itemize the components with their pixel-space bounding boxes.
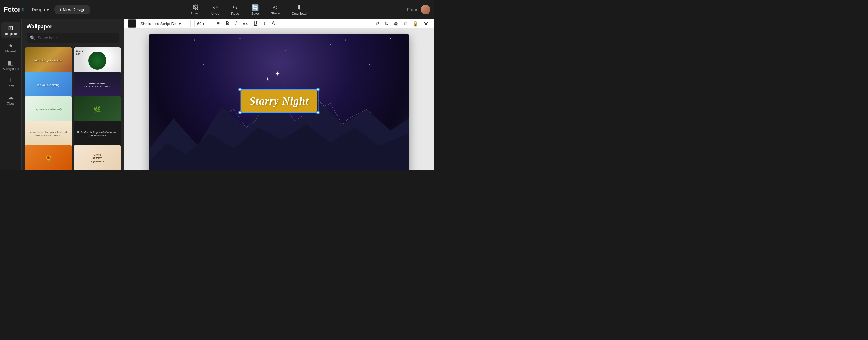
save-label: Save — [251, 12, 259, 16]
new-design-button[interactable]: + New Design — [54, 5, 90, 14]
design-label: Design — [32, 7, 45, 12]
sidebar-item-material[interactable]: ★ Material — [1, 39, 21, 56]
sidebar-item-label-background: Background — [3, 67, 19, 70]
svg-point-0 — [179, 46, 180, 47]
template-card-6[interactable]: 🌿 — [74, 96, 121, 123]
rotate-button[interactable]: ↻ — [383, 20, 390, 28]
italic-icon: I — [235, 21, 236, 26]
size-adjust-icon: AA — [243, 22, 248, 26]
sidebar: ⊞ Template ★ Material ◧ Background T Tex… — [0, 19, 22, 170]
texts-icon: T — [9, 76, 12, 84]
share-button[interactable]: ⎋ Share — [269, 3, 282, 16]
design-button[interactable]: Design ▾ — [29, 5, 52, 14]
font-selector[interactable]: Shellahera Script Dm ▾ — [138, 20, 187, 27]
spacing-button[interactable]: ↕ — [261, 20, 268, 27]
mask-icon: ◎ — [394, 21, 398, 27]
template-card-2[interactable]: Dare toFail — [74, 47, 121, 74]
duplicate-button[interactable]: ⧉ — [374, 20, 381, 27]
template-header: Wallpaper 🔍 — [22, 19, 124, 45]
template-card-10[interactable]: CoffeeALWAYSa good idea — [74, 145, 121, 170]
svg-point-9 — [330, 44, 331, 45]
editor-toolbar: Shellahera Script Dm ▾ 60 ▾ ≡ B I AA U — [124, 19, 434, 28]
handle-bottom-right[interactable] — [317, 111, 320, 114]
layer-button[interactable]: ⧉ — [402, 20, 409, 27]
redo-button[interactable]: ↪ Redo — [229, 3, 241, 17]
template-card-8[interactable]: Be fearless in the pursuit of what sets … — [74, 121, 121, 147]
template-card-3[interactable]: but you are strong — [25, 72, 72, 98]
sidebar-item-texts[interactable]: T Texts — [1, 74, 21, 90]
svg-point-13 — [390, 38, 391, 39]
delete-button[interactable]: 🗑 — [422, 20, 430, 27]
cloud-icon: ☁ — [8, 94, 14, 101]
template-icon: ⊞ — [8, 24, 13, 31]
svg-point-11 — [360, 49, 361, 50]
font-size-dropdown-icon: ▾ — [203, 22, 205, 26]
template-card-9[interactable]: 🌻 — [25, 145, 72, 170]
new-design-label: + New Design — [59, 7, 86, 12]
svg-text:✦: ✦ — [284, 80, 286, 83]
sidebar-item-label-cloud: Cloud — [7, 102, 14, 105]
template-card-5[interactable]: happiness & friendship — [25, 96, 72, 123]
bold-button[interactable]: B — [224, 20, 231, 27]
template-panel: Wallpaper 🔍 with every joy & sorrow Dare… — [22, 19, 124, 170]
mask-button[interactable]: ◎ — [392, 20, 400, 28]
download-icon: ⬇ — [297, 4, 302, 11]
italic-button[interactable]: I — [233, 20, 238, 27]
case-button[interactable]: A — [270, 20, 277, 27]
font-divider — [190, 20, 191, 27]
svg-point-10 — [345, 40, 346, 41]
underline-icon: U — [254, 21, 257, 26]
search-input[interactable] — [38, 36, 116, 40]
undo-button[interactable]: ↩ Undo — [209, 3, 221, 17]
spacing-icon: ↕ — [264, 21, 266, 26]
svg-text:✦: ✦ — [275, 70, 281, 78]
handle-bottom-left[interactable] — [239, 111, 241, 114]
text-underline-decoration — [255, 119, 303, 119]
sidebar-item-label-material: Material — [5, 50, 16, 53]
sidebar-item-cloud[interactable]: ☁ Cloud — [1, 91, 21, 107]
template-card-4[interactable]: DREAM BIGAND DARE TO FAIL — [74, 72, 121, 98]
open-label: Open — [191, 11, 199, 15]
canvas-text[interactable]: Starry Night — [241, 90, 317, 112]
font-size-adjust-button[interactable]: AA — [241, 20, 250, 27]
svg-point-4 — [240, 38, 241, 39]
template-card-1[interactable]: with every joy & sorrow — [25, 47, 72, 74]
svg-point-6 — [270, 41, 270, 42]
undo-icon: ↩ — [213, 4, 218, 11]
top-nav: Fotor® Design ▾ + New Design 🖼 Open ↩ Un… — [0, 0, 434, 19]
svg-point-16 — [204, 64, 204, 64]
lock-button[interactable]: 🔒 — [410, 20, 420, 28]
nav-actions: 🖼 Open ↩ Undo ↪ Redo 🔄 Save ⎋ Share ⬇ Do… — [189, 3, 309, 17]
open-icon: 🖼 — [192, 4, 198, 11]
undo-label: Undo — [211, 12, 219, 16]
svg-point-23 — [402, 61, 403, 61]
lock-icon: 🔒 — [412, 21, 418, 27]
layer-icon: ⧉ — [404, 21, 407, 26]
material-icon: ★ — [8, 41, 13, 49]
template-card-7[interactable]: you're braver than you believe and stron… — [25, 121, 72, 147]
svg-point-12 — [375, 43, 376, 43]
template-grid: with every joy & sorrow Dare toFail but … — [22, 45, 124, 170]
sidebar-item-background[interactable]: ◧ Background — [1, 57, 21, 73]
svg-point-19 — [249, 67, 249, 67]
svg-point-22 — [384, 55, 385, 56]
font-size-value[interactable]: 60 — [197, 22, 201, 26]
handle-top-left[interactable] — [239, 88, 241, 91]
underline-button[interactable]: U — [252, 20, 259, 27]
share-label: Share — [271, 11, 280, 15]
avatar[interactable] — [421, 5, 430, 14]
align-button[interactable]: ≡ — [215, 20, 221, 27]
bold-icon: B — [226, 21, 229, 26]
sidebar-item-template[interactable]: ⊞ Template — [1, 22, 21, 38]
canvas-frame[interactable]: ✦ ✦ ✦ Starry Night — [150, 34, 409, 170]
open-button[interactable]: 🖼 Open — [189, 3, 202, 16]
selected-text-element[interactable]: Starry Night — [240, 89, 318, 113]
template-panel-title: Wallpaper — [27, 24, 119, 30]
color-swatch[interactable] — [128, 19, 136, 28]
chevron-down-icon: ▾ — [47, 7, 49, 12]
save-button[interactable]: 🔄 Save — [249, 3, 261, 17]
user-name: Fotor — [407, 7, 417, 12]
download-button[interactable]: ⬇ Download — [289, 3, 309, 17]
handle-top-right[interactable] — [317, 88, 320, 91]
nav-right: Fotor — [407, 5, 430, 14]
